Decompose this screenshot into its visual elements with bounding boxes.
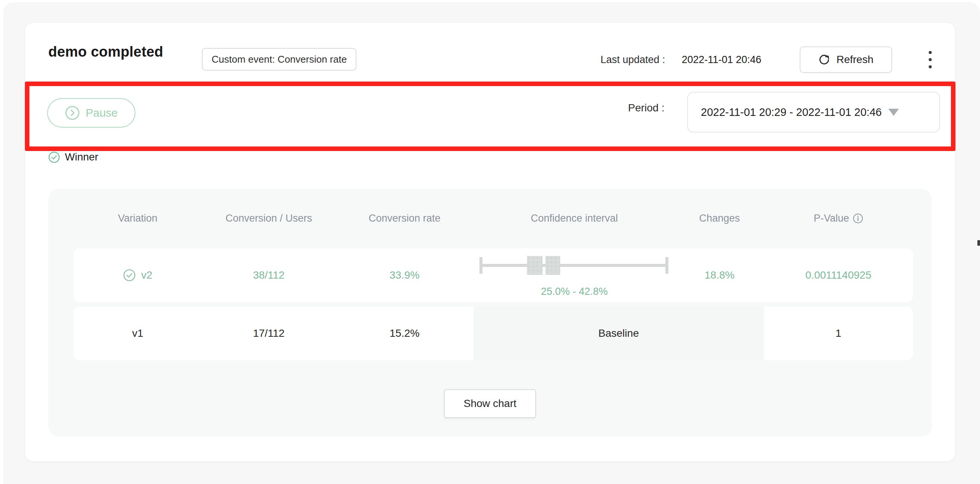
column-header-conversion-users: Conversion / Users [202, 212, 336, 224]
winner-check-icon [48, 152, 60, 163]
changes-cell: 18.8% [675, 269, 764, 281]
period-dropdown-value: 2022-11-01 20:29 - 2022-11-01 20:46 [701, 106, 881, 118]
confidence-interval-cell: 25.0% - 42.8% [473, 248, 675, 302]
boxplot-box-lower [527, 256, 542, 275]
boxplot-box-upper [546, 256, 560, 275]
more-options-menu-icon[interactable] [922, 47, 939, 72]
table-row-v2: v2 38/112 33.9% 25.0% - 42.8% 18.8% 0.00… [73, 248, 913, 302]
confidence-interval-boxplot [479, 256, 668, 275]
screen: demo completed Custom event: Conversion … [0, 0, 980, 484]
show-chart-button[interactable]: Show chart [444, 389, 536, 418]
column-header-variation: Variation [73, 212, 202, 224]
scrollbar-thumb[interactable] [977, 240, 980, 246]
boxplot-line [481, 264, 667, 267]
info-circle-icon[interactable] [853, 213, 863, 224]
pause-button-label: Pause [86, 107, 118, 119]
refresh-button[interactable]: Refresh [800, 46, 892, 73]
column-header-changes: Changes [675, 212, 764, 224]
winner-legend: Winner [48, 151, 99, 163]
circle-chevron-right-icon [65, 105, 80, 120]
winner-legend-label: Winner [65, 151, 99, 163]
refresh-icon [818, 54, 830, 66]
pause-button[interactable]: Pause [47, 98, 135, 128]
conversion-users-cell: 17/112 [202, 327, 336, 339]
last-updated-value: 2022-11-01 20:46 [682, 54, 761, 66]
conversion-users-cell: 38/112 [202, 269, 336, 281]
column-header-conversion-rate: Conversion rate [336, 212, 473, 224]
variation-cell-v1: v1 [73, 327, 202, 339]
caret-down-icon [888, 109, 899, 116]
conversion-rate-cell: 33.9% [336, 269, 473, 281]
last-updated-group: Last updated : 2022-11-01 20:46 [601, 46, 761, 73]
refresh-button-label: Refresh [836, 54, 873, 66]
experiment-report-card: demo completed Custom event: Conversion … [25, 22, 955, 462]
row-winner-check-icon [123, 269, 136, 282]
experiment-title: demo completed [48, 44, 163, 60]
confidence-interval-range: 25.0% - 42.8% [473, 286, 675, 297]
p-value-cell-v1: 1 [764, 307, 913, 360]
column-header-p-value: P-Value [764, 212, 913, 224]
variation-name: v2 [141, 269, 153, 281]
results-table: Variation Conversion / Users Conversion … [48, 189, 932, 437]
column-header-confidence-interval: Confidence interval [473, 212, 675, 224]
period-dropdown[interactable]: 2022-11-01 20:29 - 2022-11-01 20:46 [687, 92, 940, 133]
boxplot-right-whisker [665, 257, 668, 274]
event-type-badge: Custom event: Conversion rate [202, 48, 356, 70]
period-label: Period : [628, 102, 665, 114]
table-header-row: Variation Conversion / Users Conversion … [73, 208, 913, 229]
variation-cell-v2: v2 [73, 269, 202, 282]
last-updated-label: Last updated : [601, 54, 665, 66]
table-row-v1: v1 17/112 15.2% [73, 307, 473, 360]
p-value-cell: 0.0011140925 [764, 269, 913, 281]
baseline-cell: Baseline [473, 307, 764, 360]
conversion-rate-cell: 15.2% [336, 327, 473, 339]
